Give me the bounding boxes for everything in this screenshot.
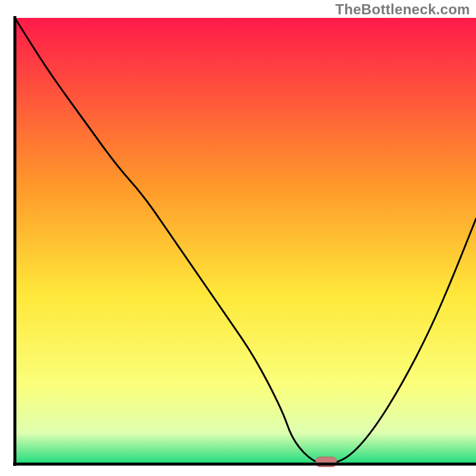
plot-background <box>15 18 476 464</box>
bottleneck-chart <box>0 0 476 476</box>
